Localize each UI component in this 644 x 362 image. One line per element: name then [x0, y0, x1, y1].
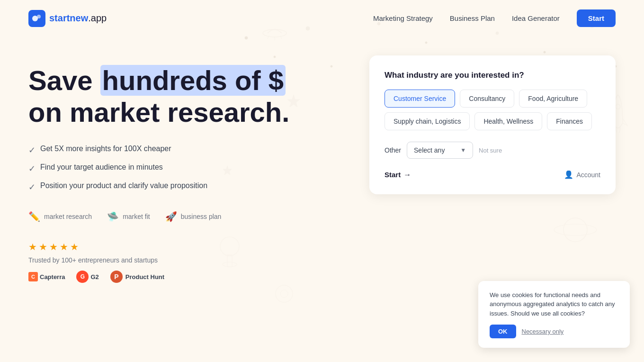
star-2: ★ — [39, 241, 47, 253]
cookie-ok-button[interactable]: OK — [490, 325, 516, 338]
other-row: Other Select any ▼ Not sure — [385, 142, 600, 159]
market-fit-icon: 🛸 — [107, 211, 119, 222]
card-footer: Start → 👤 Account — [385, 170, 600, 179]
features-list: ✓ Get 5X more insights for 100X cheaper … — [28, 143, 289, 194]
g2-text: G2 — [90, 273, 98, 281]
feature-item: ✓ Position your product and clarify valu… — [28, 180, 289, 194]
hero-title: Save hundreds of $ on market research. — [28, 65, 289, 128]
industry-card-section: What industry are you interested in? Cus… — [369, 55, 616, 194]
select-value: Select any — [414, 146, 445, 154]
market-research-icon: ✏️ — [28, 211, 40, 222]
nav-business-plan[interactable]: Business Plan — [450, 14, 495, 22]
hero-section: Save hundreds of $ on market research. ✓… — [28, 55, 289, 283]
account-icon: 👤 — [564, 170, 573, 179]
tag-supply-chain[interactable]: Supply chain, Logistics — [385, 112, 470, 130]
cookie-text: We use cookies for functional needs and … — [490, 290, 618, 318]
cookie-necessary-button[interactable]: Necessary only — [522, 328, 564, 335]
card-account[interactable]: 👤 Account — [564, 170, 600, 179]
logo-link[interactable]: startnew.app — [28, 10, 107, 27]
svg-point-29 — [37, 15, 41, 18]
g2-logo: G G2 — [76, 271, 98, 283]
navbar: startnew.app Marketing Strategy Business… — [0, 0, 644, 36]
trust-section: ★ ★ ★ ★ ★ Trusted by 100+ entrepreneurs … — [28, 241, 289, 283]
not-sure-link[interactable]: Not sure — [479, 147, 502, 154]
tag-health-wellness[interactable]: Health, Wellness — [474, 112, 542, 130]
feature-item: ✓ Find your target audience in minutes — [28, 162, 289, 175]
card-start-button[interactable]: Start → — [385, 171, 411, 179]
chevron-down-icon: ▼ — [460, 147, 466, 154]
feature-item: ✓ Get 5X more insights for 100X cheaper — [28, 143, 289, 157]
industry-card: What industry are you interested in? Cus… — [369, 55, 616, 194]
star-1: ★ — [28, 241, 37, 253]
tag-finances[interactable]: Finances — [547, 112, 592, 130]
nav-idea-generator[interactable]: Idea Generator — [512, 14, 560, 22]
product-hunt-logo: P Product Hunt — [110, 271, 164, 283]
cookie-buttons: OK Necessary only — [490, 325, 618, 338]
nav-marketing-strategy[interactable]: Marketing Strategy — [373, 14, 433, 22]
business-plan-icon: 🚀 — [165, 211, 177, 222]
cookie-banner: We use cookies for functional needs and … — [478, 281, 630, 348]
stars-row: ★ ★ ★ ★ ★ — [28, 241, 289, 253]
capterra-text: Capterra — [40, 273, 65, 281]
tag-customer-service[interactable]: Customer Service — [385, 90, 455, 108]
tag-business-plan: 🚀 business plan — [165, 211, 222, 222]
tag-food-agriculture[interactable]: Food, Agriculture — [519, 90, 587, 108]
select-dropdown[interactable]: Select any ▼ — [407, 142, 473, 159]
nav-links: Marketing Strategy Business Plan Idea Ge… — [373, 9, 616, 27]
tag-market-fit: 🛸 market fit — [107, 211, 150, 222]
g2-icon: G — [76, 271, 89, 283]
star-5: ★ — [70, 241, 79, 253]
capterra-icon: C — [28, 272, 38, 281]
tag-market-research: ✏️ market research — [28, 211, 92, 222]
star-3: ★ — [49, 241, 58, 253]
check-icon-1: ✓ — [28, 144, 36, 157]
tag-consultancy[interactable]: Consultancy — [460, 90, 514, 108]
trust-logos-row: C Capterra G G2 P Product Hunt — [28, 271, 289, 283]
star-4: ★ — [60, 241, 68, 253]
svg-point-26 — [280, 290, 288, 298]
nav-start-button[interactable]: Start — [577, 9, 616, 27]
svg-point-25 — [276, 285, 293, 302]
feature-tags-row: ✏️ market research 🛸 market fit 🚀 busine… — [28, 211, 289, 222]
trust-text: Trusted by 100+ entrepreneurs and startu… — [28, 256, 289, 264]
industry-tags-container: Customer Service Consultancy Food, Agric… — [385, 90, 600, 130]
card-question: What industry are you interested in? — [385, 71, 600, 80]
logo-icon — [28, 10, 45, 27]
arrow-right-icon: → — [403, 171, 411, 179]
check-icon-2: ✓ — [28, 163, 36, 175]
other-label: Other — [385, 146, 401, 154]
hero-highlight: hundreds of $ — [100, 65, 286, 96]
capterra-logo: C Capterra — [28, 272, 65, 281]
product-hunt-icon: P — [110, 271, 123, 283]
check-icon-3: ✓ — [28, 181, 36, 194]
main-content: Save hundreds of $ on market research. ✓… — [0, 36, 644, 283]
logo-text: startnew.app — [49, 13, 107, 24]
